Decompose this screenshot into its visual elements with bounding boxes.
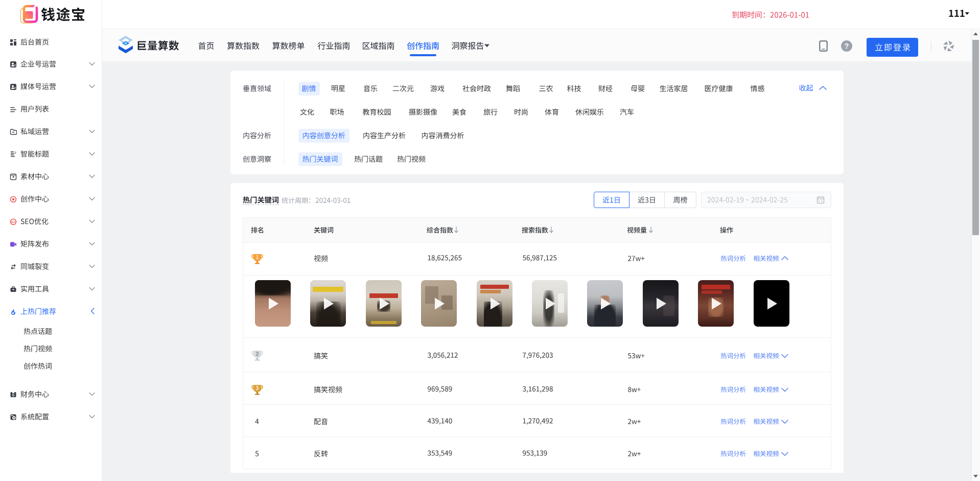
svg-text:2: 2 (255, 351, 259, 357)
svg-text:?: ? (845, 42, 849, 50)
svg-text:Title: Title (13, 151, 16, 153)
svg-text:3: 3 (255, 385, 259, 391)
svg-text:1: 1 (255, 255, 259, 260)
svg-text:SEO: SEO (11, 221, 16, 223)
